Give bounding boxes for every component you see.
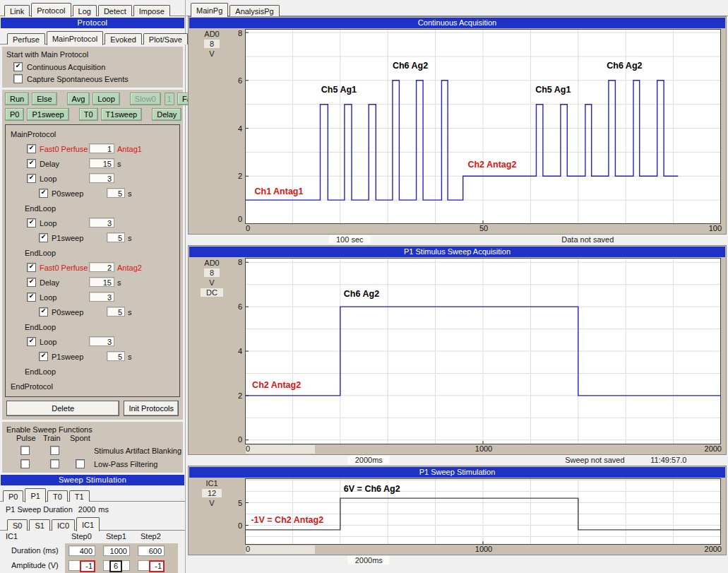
protocol-row: EndProtocol xyxy=(6,379,179,394)
loop-checkbox[interactable] xyxy=(27,218,36,228)
pulse-column-label: Pulse xyxy=(16,434,36,442)
delay-checkbox[interactable] xyxy=(27,159,36,168)
delete-button[interactable]: Delete xyxy=(6,401,119,416)
amplitude-v--cell-0[interactable]: -1 xyxy=(68,560,95,571)
low-pass-filtering-cb-2[interactable] xyxy=(76,459,85,468)
tab-mainpg[interactable]: MainPg xyxy=(191,3,228,17)
chart-1-plot: Ch2 Antag2Ch6 Ag2 xyxy=(245,258,721,444)
chart-0-plot: Ch1 Antag1Ch5 Ag1Ch6 Ag2Ch2 Antag2Ch5 Ag… xyxy=(245,29,721,224)
amp-value-0[interactable]: -1 xyxy=(80,560,95,572)
delay-value-field[interactable]: 15 xyxy=(89,277,114,287)
amplitude-v--cell-1[interactable]: 6 xyxy=(103,560,130,571)
enable-sweep-functions-group: Enable Sweep Functions PulseTrainSpontSt… xyxy=(2,422,183,473)
x-scroll-segment[interactable] xyxy=(246,545,315,554)
tab-s1[interactable]: S1 xyxy=(29,519,49,531)
tab-detect[interactable]: Detect xyxy=(98,5,132,16)
protocol-row: EndLoop xyxy=(6,365,179,379)
axis-label-v: V xyxy=(191,49,232,58)
chart-1-body: AD08VDC02468Ch2 Antag2Ch6 Ag2 xyxy=(189,258,726,444)
tab-evoked[interactable]: Evoked xyxy=(105,33,142,45)
duration-ms--cell-1[interactable]: 1000 xyxy=(103,545,130,556)
tab-log[interactable]: Log xyxy=(73,5,97,16)
tab-p0[interactable]: P0 xyxy=(3,490,23,502)
p0-button[interactable]: P0 xyxy=(5,108,24,121)
tab-impose[interactable]: Impose xyxy=(133,5,170,16)
left-panel: LinkProtocolLogDetectImpose Protocol Per… xyxy=(0,0,186,573)
low-pass-filtering-cb-1[interactable] xyxy=(50,459,59,468)
protocol-row: Delay15s xyxy=(6,157,179,172)
loop-value-field[interactable]: 3 xyxy=(89,292,114,302)
y-tick-label: 0 xyxy=(214,435,242,444)
delay-value-field[interactable]: 15 xyxy=(89,158,114,168)
tab-s0[interactable]: S0 xyxy=(7,519,28,531)
tab-p1[interactable]: P1 xyxy=(25,488,45,502)
tab-protocol[interactable]: Protocol xyxy=(31,3,71,17)
chart-1-panel: P1 Stimulus Sweep AcquisitionAD08VDC0246… xyxy=(188,245,727,455)
else-button[interactable]: Else xyxy=(32,93,56,105)
tab-t0[interactable]: T0 xyxy=(47,490,68,502)
duration-ms--cell-0[interactable]: 400 xyxy=(68,545,95,556)
amp-value-2[interactable]: -1 xyxy=(149,560,165,572)
duration-ms--cell-2[interactable]: 600 xyxy=(138,545,165,556)
sweep-duration-label: P1 Sweep Duration xyxy=(6,505,73,514)
sweep-duration-value[interactable]: 2000 xyxy=(78,505,95,514)
tab-analysispg[interactable]: AnalysisPg xyxy=(229,5,279,16)
loop-checkbox[interactable] xyxy=(27,174,36,183)
stimulus-artifact-blanking-cb-1[interactable] xyxy=(50,446,59,455)
p1sweep-checkbox[interactable] xyxy=(39,233,48,242)
y-tick-label: 8 xyxy=(214,29,242,37)
loop-checkbox[interactable] xyxy=(27,337,36,346)
y-tick-label: 6 xyxy=(214,302,242,311)
loop-value-field[interactable]: 3 xyxy=(89,173,114,183)
tab-ic0[interactable]: IC0 xyxy=(52,519,75,531)
loop-value-field[interactable]: 3 xyxy=(89,218,114,228)
p1sweep-value-field[interactable]: 5 xyxy=(107,351,125,361)
step2-column-header: Step2 xyxy=(141,532,161,540)
run-button[interactable]: Run xyxy=(5,93,29,105)
tab-plot-save[interactable]: Plot/Save xyxy=(143,33,188,45)
low-pass-filtering-cb-0[interactable] xyxy=(20,459,30,468)
tab-mainprotocol[interactable]: MainProtocol xyxy=(47,31,103,45)
chart-1-footer: 2000msSweep not saved11:49:57.0 xyxy=(188,455,727,466)
x-scroll-segment[interactable] xyxy=(246,445,315,454)
p1sweep-suffix: s xyxy=(128,353,132,361)
fast0-perfuse-value-field[interactable]: 1 xyxy=(89,143,114,153)
p0sweep-checkbox[interactable] xyxy=(39,189,48,198)
fast0-perfuse-value-field[interactable]: 2 xyxy=(89,262,114,272)
p1sweep-button[interactable]: P1sweep xyxy=(27,108,68,121)
slow0-button[interactable]: Slow0 xyxy=(130,93,161,105)
protocol-row: Loop3 xyxy=(6,290,179,305)
loop-value-field[interactable]: 3 xyxy=(89,336,114,346)
init-protocols-button[interactable]: Init Protocols xyxy=(124,401,179,416)
p0sweep-value-field[interactable]: 5 xyxy=(107,307,125,317)
p1sweep-checkbox[interactable] xyxy=(39,352,48,361)
fast0-perfuse-checkbox[interactable] xyxy=(27,263,36,272)
capture-spontaneous-events-checkbox[interactable] xyxy=(13,74,23,83)
slow0-count[interactable]: 1 xyxy=(165,93,174,105)
amplitude-v--cell-2[interactable]: -1 xyxy=(138,560,165,571)
protocol-row: EndLoop xyxy=(6,320,179,335)
avg-button[interactable]: Avg xyxy=(67,93,90,105)
axis-label-12: 12 xyxy=(202,489,222,497)
loop-button[interactable]: Loop xyxy=(93,93,119,105)
delay-button[interactable]: Delay xyxy=(152,108,181,121)
protocol-builder-group: RunElseAvgLoopSlow01Fast01 P0P1sweepT0T1… xyxy=(2,90,183,420)
tab-perfuse[interactable]: Perfuse xyxy=(7,33,45,45)
loop-checkbox[interactable] xyxy=(27,293,36,302)
chart-0-svg: Ch1 Antag1Ch5 Ag1Ch6 Ag2Ch2 Antag2Ch5 Ag… xyxy=(245,29,721,224)
p0sweep-checkbox[interactable] xyxy=(39,307,48,317)
delay-checkbox[interactable] xyxy=(27,278,36,287)
fast0-perfuse-checkbox[interactable] xyxy=(27,144,36,153)
p1sweep-value-field[interactable]: 5 xyxy=(107,232,125,242)
x-tick-label: 2000 xyxy=(705,545,722,553)
tab-ic1[interactable]: IC1 xyxy=(76,517,100,531)
p0sweep-value-field[interactable]: 5 xyxy=(107,188,125,198)
t1sweep-button[interactable]: T1sweep xyxy=(101,108,143,121)
t0-button[interactable]: T0 xyxy=(79,108,98,121)
protocol-keyword: EndLoop xyxy=(25,323,56,331)
tab-t1[interactable]: T1 xyxy=(69,490,90,502)
stimulus-artifact-blanking-cb-0[interactable] xyxy=(20,446,30,455)
amp-value-1[interactable]: 6 xyxy=(109,560,122,572)
continuous-acquisition-checkbox[interactable] xyxy=(13,62,23,71)
tab-link[interactable]: Link xyxy=(4,5,30,16)
